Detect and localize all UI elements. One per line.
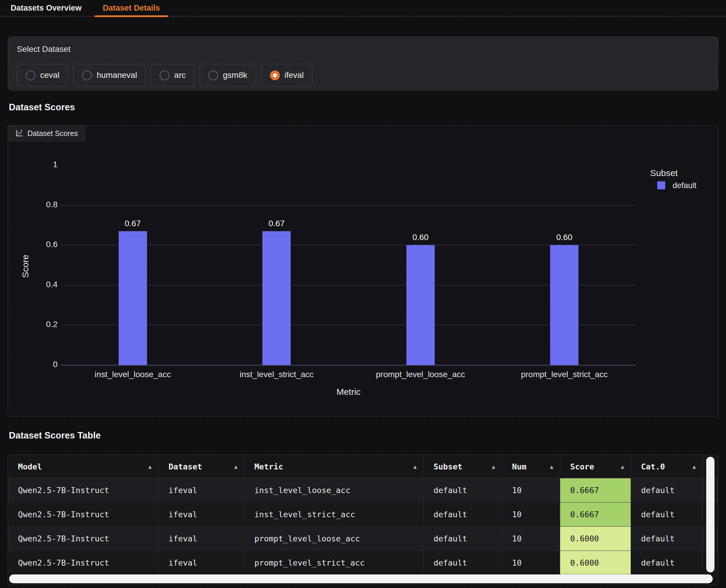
sort-arrow-icon[interactable]: ▲	[693, 463, 696, 470]
column-header-label: Score	[570, 462, 594, 471]
table-row: Qwen2.5-7B-Instructifevalinst_level_stri…	[8, 502, 718, 526]
cell-dataset[interactable]: ifeval	[159, 503, 244, 526]
column-header-dataset[interactable]: Dataset▲	[159, 455, 244, 478]
x-tick-label: inst_level_strict_acc	[205, 370, 349, 379]
column-header-label: Dataset	[168, 462, 202, 471]
cell-cat-0[interactable]: default	[631, 527, 703, 550]
radio-circle-icon	[208, 70, 218, 80]
x-axis-title: Metric	[61, 387, 636, 397]
cell-subset[interactable]: default	[424, 478, 502, 502]
table-row: Qwen2.5-7B-Instructifevalinst_level_loos…	[8, 478, 718, 502]
bar-prompt_level_loose_acc	[406, 245, 435, 365]
top-tabbar: Datasets Overview Dataset Details	[0, 0, 726, 17]
dataset-radio-group: cevalhumanevalarcgsm8kifeval	[17, 64, 709, 86]
radio-label: ceval	[40, 70, 59, 80]
cell-num[interactable]: 10	[502, 527, 560, 550]
cell-score[interactable]: 0.6000	[560, 551, 631, 575]
chart-panel-tab[interactable]: Dataset Scores	[8, 125, 85, 141]
y-axis-title: Score	[20, 235, 31, 297]
cell-metric[interactable]: inst_level_loose_acc	[244, 478, 424, 502]
column-header-subset[interactable]: Subset▲	[424, 455, 502, 478]
bar-inst_level_strict_acc	[262, 231, 291, 365]
dataset-radio-ceval[interactable]: ceval	[17, 64, 68, 86]
table-grid: Model▲Dataset▲Metric▲Subset▲Num▲Score▲Ca…	[8, 455, 718, 575]
column-header-metric[interactable]: Metric▲	[244, 455, 424, 478]
bar-value-label: 0.60	[538, 233, 591, 242]
tab-datasets-overview[interactable]: Datasets Overview	[0, 0, 92, 16]
bar-value-label: 0.67	[106, 219, 159, 228]
y-tick-label: 0.8	[19, 200, 58, 209]
column-header-score[interactable]: Score▲	[560, 455, 631, 478]
tab-dataset-details[interactable]: Dataset Details	[92, 0, 170, 16]
radio-circle-icon	[160, 70, 169, 80]
gridline	[61, 205, 636, 206]
cell-cat-0[interactable]: default	[631, 503, 703, 526]
cell-model[interactable]: Qwen2.5-7B-Instruct	[8, 527, 159, 550]
dataset-scores-table: Model▲Dataset▲Metric▲Subset▲Num▲Score▲Ca…	[8, 455, 718, 585]
select-dataset-label: Select Dataset	[17, 44, 709, 54]
radio-label: gsm8k	[223, 70, 247, 80]
bar-inst_level_loose_acc	[119, 231, 147, 365]
cell-metric[interactable]: prompt_level_loose_acc	[244, 527, 424, 550]
column-header-label: Metric	[255, 462, 283, 471]
cell-score[interactable]: 0.6000	[560, 527, 631, 550]
dataset-scores-chart-block: Dataset Scores 00.20.40.60.810.67inst_le…	[8, 125, 718, 417]
cell-num[interactable]: 10	[502, 478, 560, 502]
cell-dataset[interactable]: ifeval	[159, 478, 244, 502]
column-header-cat-0[interactable]: Cat.0▲	[631, 455, 703, 478]
dataset-radio-arc[interactable]: arc	[151, 64, 195, 86]
table-row: Qwen2.5-7B-Instructifevalprompt_level_lo…	[8, 526, 718, 550]
sort-arrow-icon[interactable]: ▲	[621, 463, 624, 470]
radio-circle-icon	[82, 70, 92, 80]
table-row: Qwen2.5-7B-Instructifevalprompt_level_st…	[8, 550, 718, 575]
sort-arrow-icon[interactable]: ▲	[148, 463, 152, 470]
table-horizontal-scrollbar[interactable]	[9, 574, 713, 583]
column-header-model[interactable]: Model▲	[8, 455, 159, 478]
cell-metric[interactable]: prompt_level_strict_acc	[244, 551, 424, 575]
bar-value-label: 0.60	[394, 233, 447, 242]
cell-num[interactable]: 10	[502, 551, 560, 575]
cell-model[interactable]: Qwen2.5-7B-Instruct	[8, 503, 159, 526]
cell-subset[interactable]: default	[424, 503, 502, 526]
radio-circle-icon	[26, 70, 35, 80]
cell-score[interactable]: 0.6667	[560, 503, 631, 526]
column-header-label: Num	[512, 462, 526, 471]
cell-num[interactable]: 10	[502, 503, 560, 526]
cell-score[interactable]: 0.6667	[560, 478, 631, 502]
dataset-scores-table-heading: Dataset Scores Table	[9, 429, 726, 441]
sort-arrow-icon[interactable]: ▲	[492, 463, 495, 470]
x-tick-label: prompt_level_loose_acc	[348, 370, 492, 379]
y-tick-label: 0.2	[19, 320, 58, 329]
column-header-num[interactable]: Num▲	[502, 455, 560, 478]
radio-dot	[273, 74, 277, 77]
column-header-label: Subset	[433, 462, 462, 471]
sort-arrow-icon[interactable]: ▲	[414, 463, 417, 470]
cell-cat-0[interactable]: default	[631, 478, 703, 502]
x-tick-label: prompt_level_strict_acc	[492, 370, 637, 379]
radio-label: ifeval	[284, 70, 304, 80]
cell-model[interactable]: Qwen2.5-7B-Instruct	[8, 551, 159, 575]
cell-subset[interactable]: default	[424, 551, 502, 575]
radio-circle-icon	[270, 70, 280, 80]
legend-title: Subset	[650, 168, 678, 178]
cell-cat-0[interactable]: default	[631, 551, 703, 575]
y-tick-label: 0	[19, 360, 58, 369]
page: Datasets Overview Dataset Details Select…	[0, 0, 726, 588]
cell-dataset[interactable]: ifeval	[159, 527, 244, 550]
chart-panel-tab-label: Dataset Scores	[27, 129, 78, 138]
y-tick-label: 1	[19, 160, 58, 169]
dataset-radio-gsm8k[interactable]: gsm8k	[200, 64, 256, 86]
table-vertical-scrollbar[interactable]	[706, 457, 714, 572]
dataset-radio-humaneval[interactable]: humaneval	[73, 64, 146, 86]
dataset-scores-chart: 00.20.40.60.810.67inst_level_loose_acc0.…	[8, 125, 718, 417]
cell-subset[interactable]: default	[424, 527, 502, 550]
cell-dataset[interactable]: ifeval	[159, 551, 244, 575]
dataset-radio-ifeval[interactable]: ifeval	[261, 64, 312, 86]
cell-model[interactable]: Qwen2.5-7B-Instruct	[8, 478, 159, 502]
sort-arrow-icon[interactable]: ▲	[550, 463, 553, 470]
legend-entry-label: default	[672, 181, 697, 190]
sort-arrow-icon[interactable]: ▲	[234, 463, 238, 470]
cell-metric[interactable]: inst_level_strict_acc	[244, 503, 424, 526]
scatter-chart-icon	[15, 129, 23, 138]
x-tick-label: inst_level_loose_acc	[61, 370, 205, 379]
